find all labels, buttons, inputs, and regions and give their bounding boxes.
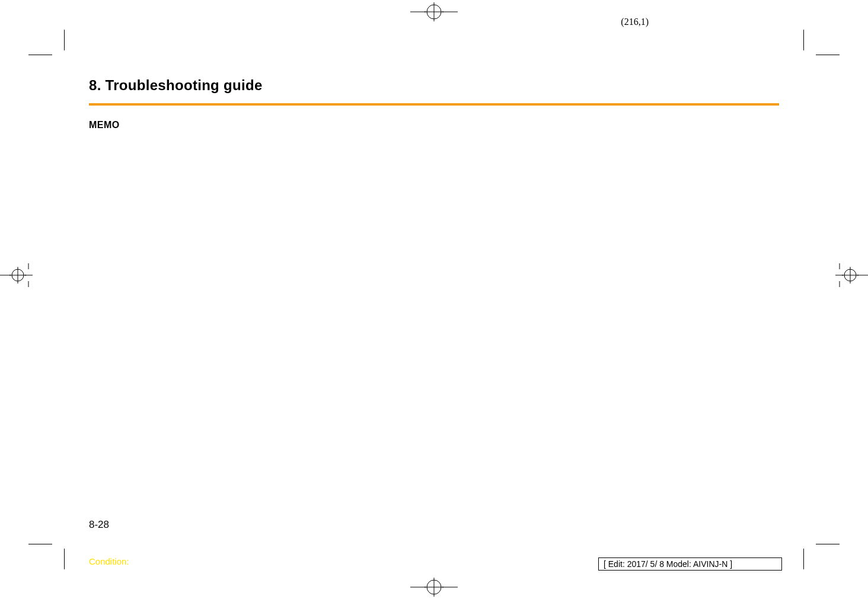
trim-mark [64, 30, 65, 50]
page-number: 8-28 [89, 519, 109, 531]
trim-mark [816, 55, 840, 55]
page-content: 8. Troubleshooting guide MEMO [89, 77, 779, 552]
register-mark-left [0, 263, 33, 287]
chapter-title: 8. Troubleshooting guide [89, 77, 779, 94]
condition-label: Condition: [89, 556, 129, 566]
register-mark-bottom [410, 575, 458, 599]
trim-mark [28, 544, 52, 544]
trim-mark [816, 544, 840, 544]
divider-orange [89, 103, 779, 106]
register-mark-right [835, 263, 868, 287]
edit-info-box: [ Edit: 2017/ 5/ 8 Model: AIVINJ-N ] [598, 557, 782, 571]
page-coords-label: (216,1) [621, 17, 649, 27]
trim-mark [803, 30, 804, 50]
trim-mark [28, 55, 52, 55]
trim-mark [803, 549, 804, 569]
register-mark-top [410, 0, 458, 24]
trim-mark [64, 549, 65, 569]
memo-heading: MEMO [89, 120, 779, 130]
